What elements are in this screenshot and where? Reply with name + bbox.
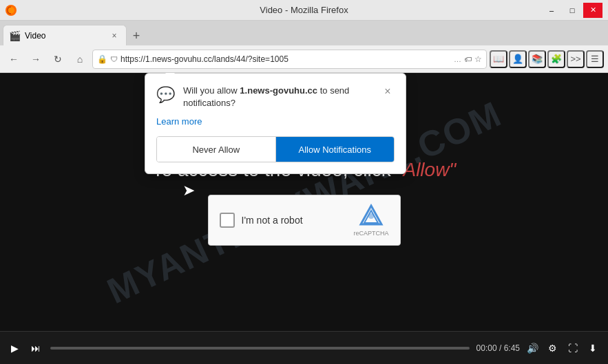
tab-bar: 🎬 Video × + <box>0 21 608 45</box>
tab-label: Video <box>25 31 104 41</box>
reload-button[interactable]: ↻ <box>48 50 67 69</box>
close-button[interactable]: ✕ <box>583 3 602 18</box>
nav-icons: 📖 👤 📚 🧩 >> ☰ <box>490 50 604 68</box>
library-button[interactable]: 📚 <box>528 50 546 68</box>
notification-bell-icon: 💬 <box>156 86 175 104</box>
volume-icon[interactable]: 🔊 <box>527 343 538 354</box>
learn-more-link[interactable]: Learn more <box>156 116 202 127</box>
recaptcha-label: I'm not a robot <box>242 215 303 226</box>
overflow-button[interactable]: >> <box>567 50 585 68</box>
firefox-icon <box>6 5 17 16</box>
controls-right: ⚙ ⛶ ⬇ <box>545 340 600 356</box>
time-display: 00:00 / 6:45 <box>476 343 520 353</box>
popup-close-button[interactable]: × <box>381 85 395 98</box>
notification-popup: 💬 Will you allow 1.news-govuhu.cc to sen… <box>145 73 406 174</box>
popup-title: Will you allow 1.news-govuhu.cc to send … <box>183 85 373 109</box>
window-controls: – □ ✕ <box>542 3 602 18</box>
video-controls: ▶ ⏭ 00:00 / 6:45 🔊 ⚙ ⛶ ⬇ <box>0 331 608 364</box>
svg-point-1 <box>368 213 374 219</box>
title-bar-left <box>6 5 17 16</box>
security-icon: 🔒 <box>97 54 107 64</box>
cursor-hint: ➤ <box>182 182 195 200</box>
address-bar[interactable]: 🔒 🛡 https://1.news-govuhu.cc/lands/44/?s… <box>92 50 487 69</box>
recaptcha-box[interactable]: I'm not a robot reCAPTCHA <box>208 195 401 246</box>
popup-domain: 1.news-govuhu.cc <box>240 85 317 96</box>
back-button[interactable]: ← <box>4 50 23 69</box>
popup-header: 💬 Will you allow 1.news-govuhu.cc to sen… <box>156 85 395 109</box>
home-button[interactable]: ⌂ <box>70 50 90 69</box>
bookmark-icon[interactable]: ☆ <box>474 54 482 64</box>
allow-notifications-button[interactable]: Allow Notifications <box>276 137 395 162</box>
new-tab-button[interactable]: + <box>127 26 146 45</box>
minimize-button[interactable]: – <box>542 3 561 18</box>
popup-text: Will you allow 1.news-govuhu.cc to send … <box>183 85 373 109</box>
next-button[interactable]: ⏭ <box>28 340 43 356</box>
recaptcha-logo-icon <box>359 204 384 228</box>
browser-content: 💬 Will you allow 1.news-govuhu.cc to sen… <box>0 73 608 364</box>
nav-bar: ← → ↻ ⌂ 🔒 🛡 https://1.news-govuhu.cc/lan… <box>0 45 608 73</box>
play-button[interactable]: ▶ <box>8 340 21 356</box>
tab-close-button[interactable]: × <box>108 30 120 42</box>
recaptcha-subtext: reCAPTCHA <box>353 230 388 237</box>
forward-button[interactable]: → <box>26 50 45 69</box>
reading-list-button[interactable]: 📖 <box>490 50 507 68</box>
title-bar: Video - Mozilla Firefox – □ ✕ <box>0 0 608 21</box>
shield-icon: 🛡 <box>110 55 118 63</box>
active-tab[interactable]: 🎬 Video × <box>3 25 127 45</box>
sync-button[interactable]: 👤 <box>509 50 527 68</box>
progress-bar[interactable] <box>50 347 470 350</box>
url-text: https://1.news-govuhu.cc/lands/44/?site=… <box>120 54 451 64</box>
popup-buttons: Never Allow Allow Notifications <box>156 136 395 162</box>
recaptcha-checkbox[interactable] <box>220 213 235 228</box>
tab-favicon: 🎬 <box>9 30 21 41</box>
menu-button[interactable]: ☰ <box>586 50 604 68</box>
download-button[interactable]: ⬇ <box>586 340 600 356</box>
never-allow-button[interactable]: Never Allow <box>157 137 276 162</box>
container-icon: 🏷 <box>464 55 472 63</box>
fullscreen-button[interactable]: ⛶ <box>565 340 580 356</box>
recaptcha-right: reCAPTCHA <box>353 204 388 237</box>
recaptcha-left: I'm not a robot <box>220 213 303 228</box>
extensions-button[interactable]: 🧩 <box>547 50 565 68</box>
window-title: Video - Mozilla Firefox <box>0 5 608 15</box>
url-more: … <box>454 55 461 63</box>
maximize-button[interactable]: □ <box>563 3 582 18</box>
settings-button[interactable]: ⚙ <box>545 340 560 356</box>
